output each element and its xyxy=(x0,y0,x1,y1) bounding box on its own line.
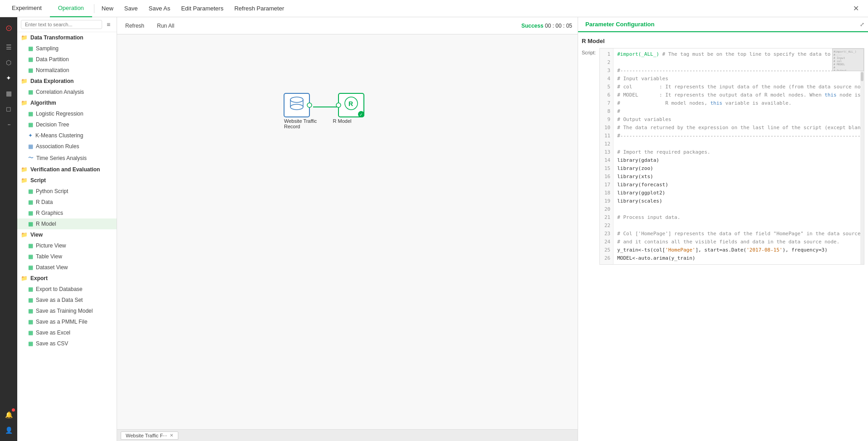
scrollbar-thumb[interactable] xyxy=(861,72,863,81)
item-label: K-Means Clustering xyxy=(35,132,83,139)
canvas-tab-label: Website Traffic F··· xyxy=(126,433,167,438)
item-normalization[interactable]: ▦ Normalization xyxy=(17,65,117,76)
item-r-model[interactable]: ▦ R Model xyxy=(17,218,117,229)
canvas-tab-close[interactable]: ✕ xyxy=(170,433,173,438)
code-line-15: library(zoo) xyxy=(617,165,860,173)
folder-icon: 📁 xyxy=(21,34,28,41)
svg-text:✓: ✓ xyxy=(359,112,363,117)
code-line-5: # col : It represents the input data of … xyxy=(617,83,860,91)
refresh-button[interactable]: Refresh xyxy=(123,21,147,31)
tab-experiment[interactable]: Experiment xyxy=(4,0,50,17)
item-save-as-csv[interactable]: ▦ Save as CSV xyxy=(17,338,117,349)
item-save-as-excel[interactable]: ▦ Save as Excel xyxy=(17,327,117,338)
comp-icon-table-view: ▦ xyxy=(28,253,33,260)
node-website-label2: Record xyxy=(284,124,300,129)
sidebar-icon-user[interactable]: 👤 xyxy=(1,423,16,437)
category-data-transformation[interactable]: 📁 Data Transformation xyxy=(17,32,117,43)
sidebar-icon-tools[interactable]: ✦ xyxy=(1,71,16,85)
item-label: R Graphics xyxy=(36,210,63,216)
tab-operation[interactable]: Operation xyxy=(50,0,92,17)
code-line-13: # Import the required packages. xyxy=(617,148,860,156)
item-r-data[interactable]: ▦ R Data xyxy=(17,197,117,208)
menu-save-as[interactable]: Save As xyxy=(143,0,176,17)
line-number-14: 14 xyxy=(600,156,613,165)
code-content[interactable]: #import(_ALL_) # The tag must be on the … xyxy=(613,48,864,264)
line-number-20: 20 xyxy=(600,205,613,213)
code-line-17: library(forecast) xyxy=(617,181,860,189)
category-algorithm[interactable]: 📁 Algorithm xyxy=(17,97,117,108)
category-script[interactable]: 📁 Script xyxy=(17,175,117,186)
search-input[interactable] xyxy=(21,20,102,29)
item-save-as-training-model[interactable]: ▦ Save as Training Model xyxy=(17,305,117,316)
menu-save[interactable]: Save xyxy=(119,0,143,17)
script-label: Script: xyxy=(582,48,599,55)
item-export-to-database[interactable]: ▦ Export to Database xyxy=(17,284,117,295)
component-list: 📁 Data Transformation ▦ Sampling ▦ Data … xyxy=(17,32,117,441)
code-line-6: # MODEL : It represents the output data … xyxy=(617,91,860,99)
sidebar-icon-more[interactable]: ··· xyxy=(1,117,16,131)
divider xyxy=(94,4,94,13)
sidebar-icon-home[interactable]: ☰ xyxy=(1,40,16,54)
comp-icon-python: ▦ xyxy=(28,188,33,194)
comp-icon-sampling: ▦ xyxy=(28,45,33,52)
sidebar-icon-chat[interactable]: ◻ xyxy=(1,102,16,116)
item-k-means[interactable]: ✦ K-Means Clustering xyxy=(17,130,117,141)
item-label: Save as CSV xyxy=(36,340,68,347)
code-line-3: #---------------------------------------… xyxy=(617,67,860,75)
comp-icon-normalization: ▦ xyxy=(28,67,33,73)
item-sampling[interactable]: ▦ Sampling xyxy=(17,43,117,54)
item-label: Table View xyxy=(36,253,62,260)
close-button[interactable]: ✕ xyxy=(847,0,864,17)
category-label: Data Exploration xyxy=(30,78,74,84)
node-r-model[interactable]: R ✓ xyxy=(336,93,364,117)
category-view[interactable]: 📁 View xyxy=(17,229,117,240)
item-label: Save as a PMML File xyxy=(36,319,88,325)
code-line-9: # Output variables xyxy=(617,116,860,124)
mini-preview: #import(_ALL_)#----# Input# col# MODEL##… xyxy=(832,48,864,71)
canvas-tab[interactable]: Website Traffic F··· ✕ xyxy=(121,431,178,440)
parameter-configuration-tab[interactable]: Parameter Configuration xyxy=(578,17,662,32)
folder-icon: 📁 xyxy=(21,177,28,184)
search-options-button[interactable]: ≡ xyxy=(104,20,113,29)
sidebar-icon-notification[interactable]: 🔔 xyxy=(1,407,16,422)
item-r-graphics[interactable]: ▦ R Graphics xyxy=(17,208,117,218)
item-correlation-analysis[interactable]: ▦ Correlation Analysis xyxy=(17,87,117,97)
node-website-traffic[interactable] xyxy=(284,93,312,117)
item-time-series[interactable]: 〜 Time Series Analysis xyxy=(17,152,117,164)
item-save-as-pmml[interactable]: ▦ Save as a PMML File xyxy=(17,316,117,327)
menu-new[interactable]: New xyxy=(96,0,119,17)
sidebar-icon-layers[interactable]: ⬡ xyxy=(1,55,16,70)
sidebar-icon-chart[interactable]: ▦ xyxy=(1,86,16,101)
item-dataset-view[interactable]: ▦ Dataset View xyxy=(17,262,117,273)
item-logistic-regression[interactable]: ▦ Logistic Regression xyxy=(17,108,117,119)
canvas-content[interactable]: Website Traffic Record R ✓ R Model xyxy=(117,34,578,429)
code-line-25: y_train<-ts(col['HomePage'], start=as.Da… xyxy=(617,246,860,254)
comp-icon-association: ▦ xyxy=(28,143,33,150)
run-all-button[interactable]: Run All xyxy=(154,21,177,31)
item-label: R Model xyxy=(36,221,56,227)
line-number-3: 3 xyxy=(600,67,613,75)
menu-refresh-param[interactable]: Refresh Parameter xyxy=(229,0,289,17)
category-data-exploration[interactable]: 📁 Data Exploration xyxy=(17,76,117,87)
item-picture-view[interactable]: ▦ Picture View xyxy=(17,240,117,251)
comp-icon-r-data: ▦ xyxy=(28,199,33,205)
category-export[interactable]: 📁 Export xyxy=(17,273,117,284)
script-area[interactable]: #import(_ALL_)#----# Input# col# MODEL##… xyxy=(599,48,864,265)
item-label: Decision Tree xyxy=(36,121,69,128)
code-line-18: library(ggplot2) xyxy=(617,189,860,197)
code-line-26: MODEL<-auto.arima(y_train) xyxy=(617,254,860,262)
scrollbar-vertical[interactable] xyxy=(860,71,864,264)
menu-edit-params[interactable]: Edit Parameters xyxy=(176,0,229,17)
comp-icon-decision-tree: ▦ xyxy=(28,121,33,128)
expand-button[interactable]: ⤢ xyxy=(856,18,868,31)
item-python-script[interactable]: ▦ Python Script xyxy=(17,186,117,197)
item-save-as-data-set[interactable]: ▦ Save as a Data Set xyxy=(17,295,117,305)
item-table-view[interactable]: ▦ Table View xyxy=(17,251,117,262)
category-verification[interactable]: 📁 Verification and Evaluation xyxy=(17,164,117,175)
item-decision-tree[interactable]: ▦ Decision Tree xyxy=(17,119,117,130)
item-label: Save as Excel xyxy=(36,330,70,336)
item-data-partition[interactable]: ▦ Data Partition xyxy=(17,54,117,65)
item-association-rules[interactable]: ▦ Association Rules xyxy=(17,141,117,152)
code-line-8: # xyxy=(617,107,860,116)
line-number-17: 17 xyxy=(600,181,613,189)
